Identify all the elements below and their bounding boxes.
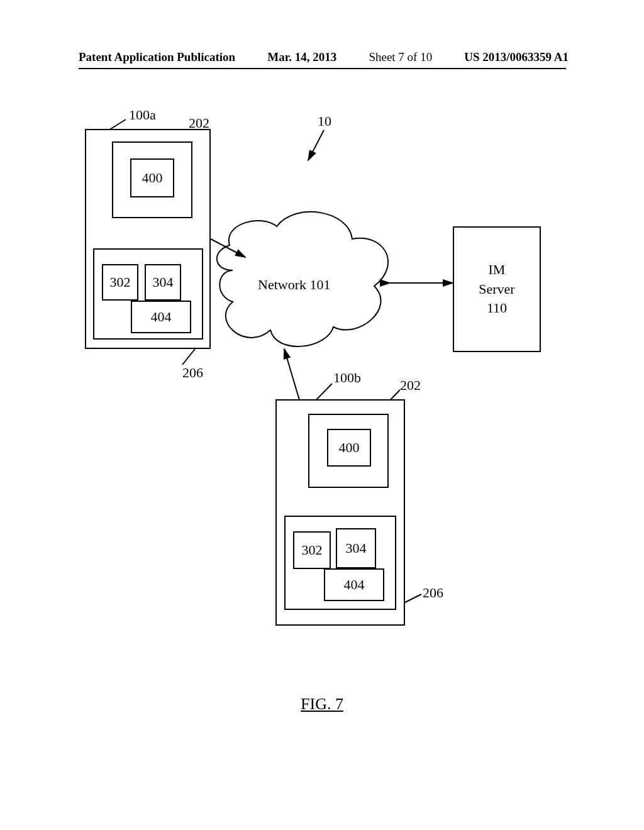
svg-line-7 — [211, 239, 245, 257]
sheet-number: Sheet 7 of 10 — [369, 50, 432, 64]
pub-number: US 2013/0063359 A1 — [464, 50, 569, 64]
ref-202-a: 202 — [189, 115, 209, 131]
svg-line-8 — [284, 349, 299, 400]
ref-100b: 100b — [333, 370, 361, 386]
svg-line-0 — [308, 130, 324, 160]
ref-100a: 100a — [129, 107, 156, 123]
ref-206-b: 206 — [423, 585, 443, 601]
pub-type: Patent Application Publication — [79, 50, 235, 64]
page-header: Patent Application Publication Mar. 14, … — [79, 50, 569, 64]
pub-date: Mar. 14, 2013 — [267, 50, 336, 64]
header-rule — [79, 68, 566, 69]
network-cloud-label: Network 101 — [258, 277, 330, 293]
page: Patent Application Publication Mar. 14, … — [0, 0, 644, 830]
figure-caption: FIG. 7 — [0, 695, 644, 714]
ref-202-b: 202 — [400, 377, 421, 394]
device-b-box-304: 304 — [336, 528, 376, 568]
im-server-label-2: Server — [479, 280, 514, 299]
ref-10: 10 — [318, 113, 331, 130]
device-b-box-302: 302 — [293, 531, 331, 569]
im-server: IM Server 110 — [453, 226, 541, 352]
im-server-label-3: 110 — [479, 299, 514, 318]
device-a-box-400: 400 — [130, 158, 174, 197]
device-b-box-404: 404 — [324, 568, 384, 601]
device-a-box-302: 302 — [102, 264, 138, 301]
device-a-box-304: 304 — [145, 264, 181, 301]
device-b-box-400: 400 — [327, 429, 371, 467]
ref-206-a: 206 — [182, 365, 203, 381]
im-server-label-1: IM — [479, 260, 514, 280]
device-a-box-404: 404 — [131, 301, 191, 333]
